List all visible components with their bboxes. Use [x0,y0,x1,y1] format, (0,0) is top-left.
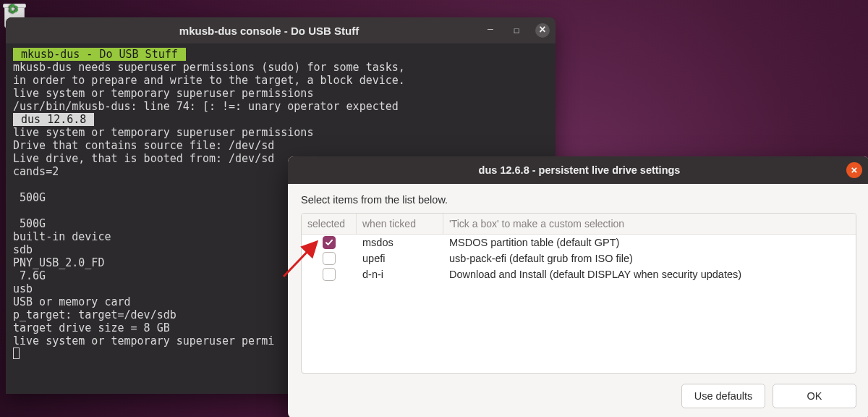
when-ticked-value: d-n-i [357,269,443,280]
checkbox[interactable] [323,252,336,265]
dialog-close-button[interactable] [846,162,862,178]
ok-button[interactable]: OK [773,384,856,408]
description-value: MSDOS partition table (default GPT) [443,237,856,248]
description-value: usb-pack-efi (default grub from ISO file… [443,253,856,264]
checkbox[interactable] [323,268,336,281]
terminal-version: dus 12.6.8 [13,113,94,126]
when-ticked-value: msdos [357,237,443,248]
list-item[interactable]: d-n-iDownload and Install (default DISPL… [302,266,856,282]
checkbox[interactable] [323,236,336,249]
terminal-cursor [13,348,20,359]
terminal-text-b: live system or temporary superuser permi… [13,126,313,348]
settings-dialog: dus 12.6.8 - persistent live drive setti… [288,156,868,417]
list-item[interactable]: upefiusb-pack-efi (default grub from ISO… [302,250,856,266]
terminal-title: mkusb-dus console - Do USB Stuff [55,25,483,37]
when-ticked-value: upefi [357,253,443,264]
col-description[interactable]: 'Tick a box' to make a custom selection [443,214,856,234]
col-selected[interactable]: selected [302,214,357,234]
list-header: selected when ticked 'Tick a box' to mak… [302,214,856,235]
dialog-prompt: Select items from the list below. [301,194,856,206]
terminal-titlebar[interactable]: mkusb-dus console - Do USB Stuff [6,17,556,43]
terminal-banner: mkusb-dus - Do USB Stuff [13,48,186,61]
minimize-button[interactable] [483,23,498,38]
close-button[interactable] [535,23,550,38]
use-defaults-button[interactable]: Use defaults [681,384,765,408]
maximize-button[interactable] [509,23,524,38]
col-when-ticked[interactable]: when ticked [357,214,443,234]
dialog-title: dus 12.6.8 - persistent live drive setti… [312,164,846,176]
terminal-text-a: mkusb-dus needs superuser permissions (s… [13,61,405,113]
list-item[interactable]: msdosMSDOS partition table (default GPT) [302,235,856,250]
dialog-titlebar[interactable]: dus 12.6.8 - persistent live drive setti… [288,156,868,184]
description-value: Download and Install (default DISPLAY wh… [443,269,856,280]
options-list: selected when ticked 'Tick a box' to mak… [301,213,856,374]
